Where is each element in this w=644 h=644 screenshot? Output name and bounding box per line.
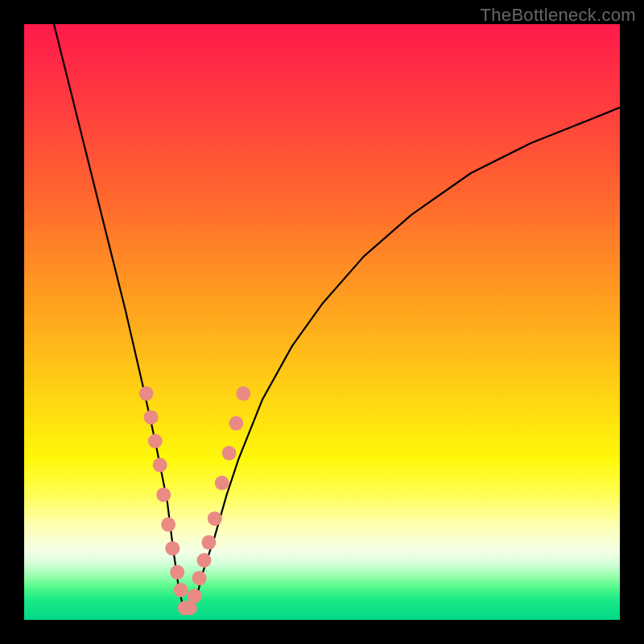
sample-dot [215,476,229,490]
chart-frame: TheBottleneck.com [0,0,644,644]
sample-dot [144,410,159,424]
sample-dot [236,386,250,401]
sample-dot [222,446,237,460]
sample-dot [165,541,180,555]
watermark-text: TheBottleneck.com [481,5,636,26]
plot-area [24,24,620,620]
sample-dot [208,511,222,526]
sample-dot [188,588,202,603]
sample-dot [161,518,175,532]
sample-dot [148,434,163,448]
sample-dot [192,571,207,585]
sample-dot [170,565,184,580]
sample-dot [156,488,171,502]
chart-svg [24,24,620,620]
sample-dot [197,553,212,568]
sample-dot [153,458,167,473]
sample-dot [174,583,188,597]
sample-dot [139,386,154,401]
sample-dot [229,416,243,431]
gradient-background [24,24,620,620]
sample-dot [201,535,216,550]
